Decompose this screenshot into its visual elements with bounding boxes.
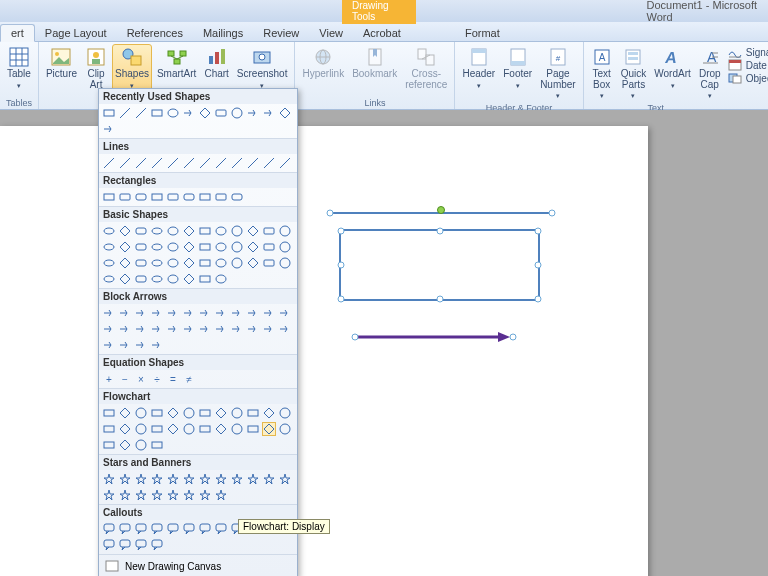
object-button[interactable]: Object ▾: [726, 72, 768, 84]
shape-item[interactable]: [182, 522, 196, 536]
shape-item[interactable]: [214, 224, 228, 238]
shape-item[interactable]: [182, 306, 196, 320]
shape-item[interactable]: [134, 422, 148, 436]
shape-item[interactable]: [230, 406, 244, 420]
shape-item[interactable]: [262, 106, 276, 120]
shape-item[interactable]: [278, 422, 292, 436]
shape-item[interactable]: [134, 338, 148, 352]
shape-item[interactable]: [102, 306, 116, 320]
shape-item[interactable]: [118, 224, 132, 238]
shape-item[interactable]: [230, 106, 244, 120]
shape-item[interactable]: [246, 322, 260, 336]
shape-item[interactable]: [118, 538, 132, 552]
shape-item[interactable]: [198, 256, 212, 270]
date-time-button[interactable]: Date & Time: [726, 59, 768, 71]
shape-item[interactable]: [182, 106, 196, 120]
shape-item[interactable]: [246, 306, 260, 320]
shape-item[interactable]: [102, 240, 116, 254]
shape-item[interactable]: [246, 106, 260, 120]
shape-item[interactable]: [278, 306, 292, 320]
shape-item[interactable]: [102, 472, 116, 486]
shape-item[interactable]: [102, 224, 116, 238]
shape-item[interactable]: [214, 106, 228, 120]
shape-item[interactable]: [150, 488, 164, 502]
shape-item[interactable]: [134, 256, 148, 270]
shape-item[interactable]: [182, 224, 196, 238]
shape-item[interactable]: ÷: [150, 372, 164, 386]
shape-item[interactable]: [198, 406, 212, 420]
shape-item[interactable]: +: [102, 372, 116, 386]
shape-item[interactable]: [102, 538, 116, 552]
tab-format[interactable]: Format: [455, 25, 510, 41]
shape-item[interactable]: [182, 156, 196, 170]
shape-item[interactable]: [166, 106, 180, 120]
shape-item[interactable]: [134, 488, 148, 502]
shape-item[interactable]: [230, 240, 244, 254]
shape-item[interactable]: [214, 272, 228, 286]
shape-item[interactable]: [278, 106, 292, 120]
shape-item[interactable]: [150, 306, 164, 320]
shape-item[interactable]: [102, 190, 116, 204]
shape-item[interactable]: [118, 322, 132, 336]
shape-item[interactable]: [150, 338, 164, 352]
shape-item[interactable]: [166, 472, 180, 486]
shape-item[interactable]: [150, 322, 164, 336]
bookmark-button[interactable]: Bookmark: [349, 44, 400, 92]
shape-item[interactable]: [118, 438, 132, 452]
table-button[interactable]: Table▾: [4, 44, 34, 92]
shape-item[interactable]: [134, 190, 148, 204]
shape-item[interactable]: [214, 156, 228, 170]
shape-item[interactable]: [214, 422, 228, 436]
shape-item[interactable]: [182, 272, 196, 286]
shape-item[interactable]: [278, 406, 292, 420]
shape-item[interactable]: [102, 122, 116, 136]
smartart-button[interactable]: SmartArt: [154, 44, 199, 92]
shape-item[interactable]: [118, 472, 132, 486]
shape-item[interactable]: [150, 240, 164, 254]
shape-item[interactable]: [214, 406, 228, 420]
text-box-button[interactable]: A Text Box▾: [588, 44, 616, 103]
shape-item[interactable]: [134, 438, 148, 452]
shape-item[interactable]: [246, 422, 260, 436]
shape-item[interactable]: [118, 306, 132, 320]
page-number-button[interactable]: # Page Number▾: [537, 44, 579, 103]
shape-item[interactable]: [166, 522, 180, 536]
shape-item[interactable]: [182, 488, 196, 502]
shape-item[interactable]: [118, 190, 132, 204]
shape-item[interactable]: [278, 256, 292, 270]
shape-item[interactable]: [118, 422, 132, 436]
shape-item[interactable]: [214, 190, 228, 204]
shape-item[interactable]: [102, 522, 116, 536]
shape-item[interactable]: [118, 156, 132, 170]
shape-item[interactable]: [198, 306, 212, 320]
shape-item[interactable]: [102, 322, 116, 336]
shape-item[interactable]: [198, 156, 212, 170]
shape-item[interactable]: [134, 472, 148, 486]
shape-item[interactable]: [246, 224, 260, 238]
shape-item[interactable]: [262, 406, 276, 420]
shape-item[interactable]: [102, 338, 116, 352]
shape-item[interactable]: [198, 422, 212, 436]
shape-item[interactable]: [246, 240, 260, 254]
shape-item[interactable]: [134, 272, 148, 286]
shape-item[interactable]: [262, 422, 276, 436]
shape-item[interactable]: [134, 406, 148, 420]
shape-item[interactable]: [230, 224, 244, 238]
shape-item[interactable]: [118, 272, 132, 286]
shape-item[interactable]: [118, 106, 132, 120]
shape-item[interactable]: [166, 306, 180, 320]
shape-item[interactable]: [214, 522, 228, 536]
drop-cap-button[interactable]: A Drop Cap▾: [696, 44, 724, 103]
shape-item[interactable]: ≠: [182, 372, 196, 386]
shape-item[interactable]: [134, 156, 148, 170]
shape-item[interactable]: [102, 156, 116, 170]
shape-item[interactable]: [182, 322, 196, 336]
tab-references[interactable]: References: [117, 25, 193, 41]
shape-item[interactable]: [102, 106, 116, 120]
shape-item[interactable]: [278, 322, 292, 336]
shape-item[interactable]: =: [166, 372, 180, 386]
shapes-button[interactable]: Shapes▾: [112, 44, 152, 92]
shape-item[interactable]: [150, 272, 164, 286]
shape-item[interactable]: [102, 438, 116, 452]
clip-art-button[interactable]: Clip Art: [82, 44, 110, 92]
